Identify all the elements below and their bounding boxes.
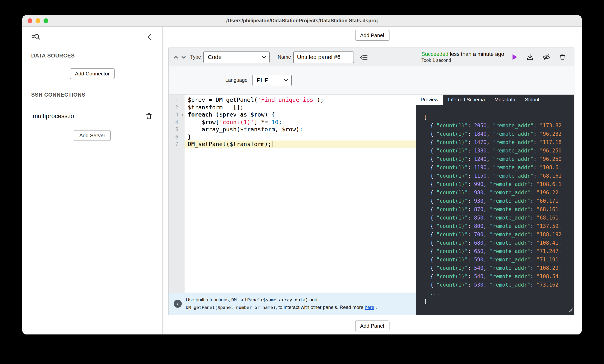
- json-ellipsis: ...: [416, 289, 574, 297]
- add-panel-bottom-button[interactable]: Add Panel: [355, 320, 389, 331]
- content: DATA SOURCES Add Connector SSH CONNECTIO…: [22, 27, 582, 334]
- tab-preview[interactable]: Preview: [416, 95, 443, 105]
- info-text-part: Use builtin functions,: [186, 297, 231, 303]
- json-row: { "count(1)": 1380, "remote_addr": "96.2…: [416, 146, 574, 155]
- tab-inferred-schema[interactable]: Inferred Schema: [443, 95, 490, 105]
- json-row: { "count(1)": 1470, "remote_addr": "117.…: [416, 138, 574, 146]
- delete-panel-icon[interactable]: [559, 53, 566, 61]
- info-text: Use builtin functions, DM_setPanel($some…: [186, 296, 403, 311]
- gutter-line: 2: [169, 104, 185, 111]
- run-panel-icon[interactable]: [511, 53, 518, 61]
- gutter-line: 3▾: [169, 111, 185, 118]
- code-panel: Type Code Name: [168, 48, 574, 315]
- json-row: { "count(1)": 650, "remote_addr": "71.24…: [416, 247, 574, 255]
- add-connector-button[interactable]: Add Connector: [70, 68, 115, 79]
- hide-details-icon[interactable]: [360, 54, 368, 61]
- type-select-value: Code: [208, 54, 222, 60]
- tab-metadata[interactable]: Metadata: [490, 95, 520, 105]
- json-row: { "count(1)": 850, "remote_addr": "68.16…: [416, 214, 574, 222]
- code-line[interactable]: DM_setPanel($transform);: [185, 141, 416, 148]
- json-row: { "count(1)": 590, "remote_addr": "71.19…: [416, 255, 574, 264]
- move-panel-up-icon[interactable]: [173, 54, 178, 60]
- editor-column: 123▾4567 $prev = DM_getPanel('Find uniqu…: [169, 95, 416, 315]
- json-row: { "count(1)": 700, "remote_addr": "188.1…: [416, 230, 574, 239]
- collapse-sidebar-icon[interactable]: [146, 33, 153, 41]
- status-state: Succeeded: [421, 51, 448, 57]
- traffic-lights: [27, 15, 48, 26]
- info-text-part: , to interact with other panels. Read mo…: [276, 304, 365, 310]
- read-more-link[interactable]: here: [365, 304, 374, 310]
- info-code-getpanel: DM_getPanel($panel_number_or_name): [186, 305, 276, 310]
- status-ago: less than a minute ago: [450, 51, 504, 57]
- preview-tabs: PreviewInferred SchemaMetadataStdout: [416, 95, 574, 105]
- code-line[interactable]: array_push($transform, $row);: [185, 126, 416, 133]
- gutter-line: 6: [169, 133, 185, 141]
- type-select[interactable]: Code: [203, 51, 270, 63]
- code-editor[interactable]: 123▾4567 $prev = DM_getPanel('Find uniqu…: [169, 95, 416, 292]
- json-row: { "count(1)": 2050, "remote_addr": "173.…: [416, 121, 574, 130]
- data-sources-heading: DATA SOURCES: [31, 53, 162, 59]
- code-lines[interactable]: $prev = DM_getPanel('Find unique ips');$…: [185, 95, 416, 292]
- json-row: { "count(1)": 1190, "remote_addr": "108.…: [416, 163, 574, 172]
- json-row: { "count(1)": 800, "remote_addr": "137.5…: [416, 222, 574, 230]
- json-close-bracket: ]: [416, 297, 574, 306]
- tab-stdout[interactable]: Stdout: [520, 95, 544, 105]
- json-row: { "count(1)": 930, "remote_addr": "60.17…: [416, 197, 574, 205]
- move-panel-down-icon[interactable]: [181, 54, 186, 60]
- zoom-window-button[interactable]: [44, 18, 48, 23]
- info-text-part: .: [374, 304, 377, 310]
- resize-grip-icon[interactable]: [568, 306, 573, 314]
- code-line[interactable]: foreach ($prev as $row) {: [185, 111, 416, 118]
- titlebar[interactable]: /Users/philipeaton/DataStationProjects/D…: [22, 15, 582, 27]
- panel-header: Type Code Name: [169, 48, 574, 66]
- panel-name-input[interactable]: [293, 51, 354, 63]
- language-select[interactable]: PHP: [252, 74, 291, 86]
- app-window: /Users/philipeaton/DataStationProjects/D…: [22, 15, 582, 334]
- json-row: { "count(1)": 990, "remote_addr": "108.6…: [416, 180, 574, 188]
- sidebar: DATA SOURCES Add Connector SSH CONNECTIO…: [22, 27, 163, 334]
- gutter-line: 7: [169, 141, 185, 148]
- add-server-button[interactable]: Add Server: [74, 130, 111, 141]
- json-row: { "count(1)": 680, "remote_addr": "108.4…: [416, 239, 574, 247]
- chevron-down-icon: [284, 79, 288, 82]
- type-label: Type: [190, 54, 201, 60]
- hide-preview-icon[interactable]: [542, 53, 550, 61]
- download-results-icon[interactable]: [527, 53, 534, 61]
- screen: /Users/philipeaton/DataStationProjects/D…: [0, 0, 604, 364]
- code-line[interactable]: $row['count(1)'] *= 10;: [185, 118, 416, 126]
- language-select-value: PHP: [257, 77, 269, 84]
- name-label: Name: [278, 54, 291, 60]
- search-data-sources-icon[interactable]: [31, 33, 40, 41]
- chevron-down-icon: [262, 56, 266, 59]
- code-line[interactable]: $prev = DM_getPanel('Find unique ips');: [185, 96, 416, 104]
- window-title: /Users/philipeaton/DataStationProjects/D…: [22, 18, 582, 24]
- panel-body: 123▾4567 $prev = DM_getPanel('Find uniqu…: [169, 95, 574, 315]
- add-panel-top-button[interactable]: Add Panel: [355, 30, 389, 41]
- panel-toolbar: Language PHP: [169, 66, 574, 95]
- preview-panel: PreviewInferred SchemaMetadataStdout [{ …: [416, 95, 574, 315]
- code-line[interactable]: $transform = [];: [185, 104, 416, 111]
- json-row: { "count(1)": 1240, "remote_addr": "96.2…: [416, 155, 574, 163]
- gutter-line: 1: [169, 96, 185, 104]
- json-row: { "count(1)": 1840, "remote_addr": "96.2…: [416, 130, 574, 138]
- close-window-button[interactable]: [27, 18, 32, 23]
- editor-gutter: 123▾4567: [169, 95, 185, 292]
- json-open-bracket: [: [416, 113, 574, 121]
- json-row: { "count(1)": 530, "remote_addr": "73.16…: [416, 280, 574, 289]
- delete-connection-icon[interactable]: [145, 112, 153, 120]
- code-line[interactable]: }: [185, 133, 416, 141]
- gutter-line: 4: [169, 118, 185, 126]
- preview-json[interactable]: [{ "count(1)": 2050, "remote_addr": "173…: [416, 105, 574, 315]
- info-text-part: and: [308, 297, 317, 303]
- json-row: { "count(1)": 980, "remote_addr": "196.2…: [416, 188, 574, 197]
- json-row: { "count(1)": 1150, "remote_addr": "68.1…: [416, 172, 574, 180]
- info-icon: i: [174, 300, 182, 308]
- ssh-connections-heading: SSH CONNECTIONS: [31, 92, 162, 98]
- minimize-window-button[interactable]: [36, 18, 40, 23]
- ssh-connection-row[interactable]: multiprocess.io: [33, 112, 153, 120]
- json-row: { "count(1)": 540, "remote_addr": "108.2…: [416, 264, 574, 272]
- ssh-connection-name[interactable]: multiprocess.io: [33, 112, 74, 120]
- main-area: Add Panel: [163, 27, 582, 334]
- fold-marker-icon[interactable]: ▾: [182, 111, 184, 119]
- panel-status: Succeeded less than a minute ago Took 1 …: [421, 51, 504, 64]
